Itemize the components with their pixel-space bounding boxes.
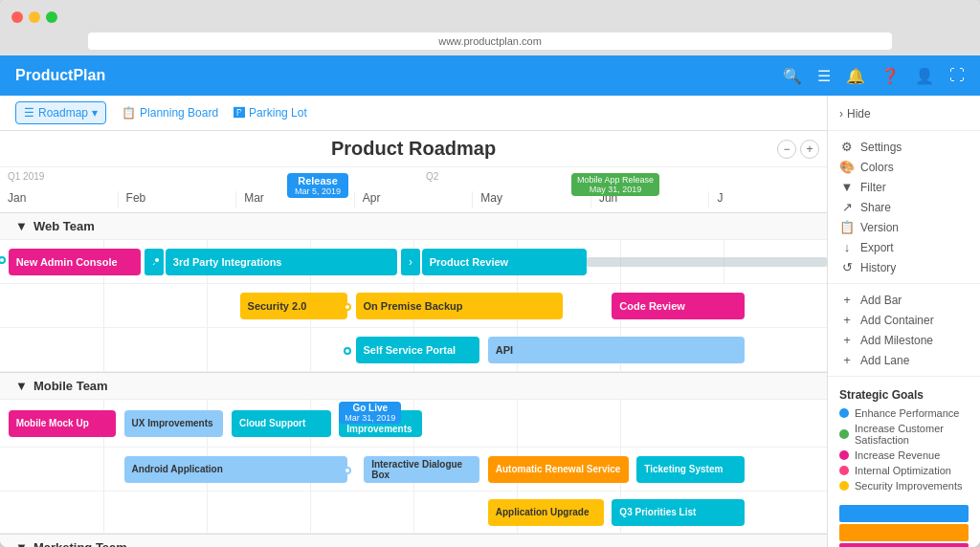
- release-date: Mar 5, 2019: [295, 186, 341, 196]
- interactive-dialogue-bar[interactable]: Interactive Dialogue Box: [364, 456, 479, 483]
- app-upgrade-bar[interactable]: Application Upgrade: [488, 499, 604, 526]
- mobile-mockup-bar[interactable]: Mobile Mock Up: [9, 410, 116, 437]
- ux-improvements-bar-1[interactable]: UX Improvements: [124, 410, 224, 437]
- q2-label: Q2: [426, 171, 438, 182]
- zoom-out-button[interactable]: −: [777, 140, 796, 159]
- address-bar[interactable]: www.productplan.com: [88, 33, 892, 50]
- colors-icon: 🎨: [839, 160, 855, 174]
- web-row-3: Self Service Portal API: [0, 328, 827, 372]
- q1-label: Q1 2019: [8, 171, 44, 182]
- mobile-team-label: Mobile Team: [33, 379, 108, 393]
- marketing-team-header[interactable]: ▼ Marketing Team: [0, 535, 827, 547]
- third-party-bar[interactable]: 3rd Party Integrations: [166, 249, 397, 275]
- mobile-team-header[interactable]: ▼ Mobile Team: [0, 373, 827, 400]
- sidebar-share[interactable]: ↗ Share: [828, 197, 980, 217]
- milestone-dot-5: [344, 467, 351, 474]
- sidebar-version[interactable]: 📋 Version: [828, 217, 980, 237]
- product-review-bar[interactable]: Product Review: [422, 249, 588, 275]
- ticketing-system-bar[interactable]: Ticketing System: [636, 456, 744, 483]
- search-icon[interactable]: 🔍: [783, 67, 802, 85]
- close-button[interactable]: [11, 11, 23, 23]
- add-bar-icon: +: [839, 293, 855, 307]
- milestone-dot-3: [344, 303, 351, 311]
- fullscreen-icon[interactable]: ⛶: [949, 67, 965, 84]
- increase-revenue-dot: [839, 450, 849, 460]
- zoom-in-button[interactable]: +: [800, 140, 819, 159]
- web-team-header[interactable]: ▼ Web Team: [0, 213, 827, 240]
- mobile-row-1: Go Live Mar 31, 2019 Mobile Mock Up UX I…: [0, 400, 827, 448]
- version-icon: 📋: [839, 220, 855, 234]
- automatic-renewal-bar[interactable]: Automatic Renewal Service: [488, 456, 629, 483]
- maximize-button[interactable]: [46, 11, 57, 23]
- sidebar-add-milestone[interactable]: + Add Milestone: [828, 330, 980, 350]
- add-container-label: Add Container: [860, 314, 934, 327]
- app-header: ProductPlan 🔍 ☰ 🔔 ❓ 👤 ⛶: [0, 55, 980, 96]
- go-live-date: Mar 31, 2019: [345, 413, 395, 423]
- release-badge: Release Mar 5, 2019: [287, 173, 348, 198]
- hide-label: Hide: [847, 107, 871, 120]
- sidebar-history[interactable]: ↺ History: [828, 257, 980, 277]
- milestone-dot-4: [344, 347, 351, 355]
- user-icon[interactable]: 👤: [915, 67, 934, 85]
- share-icon: ↗: [839, 200, 855, 214]
- security-bar[interactable]: Security 2.0: [240, 293, 347, 319]
- q3-priorities-bar[interactable]: Q3 Priorities List: [612, 499, 744, 526]
- roadmap-button[interactable]: ☰ Roadmap ▾: [15, 101, 106, 124]
- increase-customer-label: Increase Customer Satisfaction: [855, 423, 969, 446]
- settings-label: Settings: [860, 141, 902, 154]
- help-icon[interactable]: ❓: [880, 67, 900, 85]
- export-icon: ↓: [839, 240, 855, 254]
- version-label: Version: [860, 221, 899, 234]
- legend-increase-customer: Increase Customer Satisfaction: [828, 421, 980, 448]
- parking-lot-label: Parking Lot: [249, 106, 307, 120]
- export-label: Export: [860, 241, 894, 254]
- planning-board-link[interactable]: 📋 Planning Board: [122, 106, 218, 120]
- new-admin-console-bar[interactable]: New Admin Console: [9, 249, 141, 275]
- milestone-dot-2: [153, 256, 161, 264]
- add-lane-icon: +: [839, 353, 855, 367]
- hide-button[interactable]: › Hide: [828, 103, 980, 124]
- bell-icon[interactable]: 🔔: [846, 67, 865, 85]
- add-milestone-label: Add Milestone: [860, 334, 933, 347]
- mobile-release-title: Mobile App Release: [577, 175, 654, 185]
- sidebar-filter[interactable]: ▼ Filter: [828, 177, 980, 197]
- sidebar-add-lane[interactable]: + Add Lane: [828, 350, 980, 370]
- menu-icon[interactable]: ☰: [817, 67, 831, 85]
- sidebar-colors[interactable]: 🎨 Colors: [828, 157, 980, 177]
- color-blocks: [828, 501, 980, 547]
- sidebar-settings[interactable]: ⚙ Settings: [828, 137, 980, 157]
- marketing-team-section: ▼ Marketing Team: [0, 535, 827, 547]
- arrow-2[interactable]: ›: [401, 249, 420, 275]
- parking-lot-link[interactable]: 🅿 Parking Lot: [234, 106, 307, 120]
- add-lane-label: Add Lane: [860, 354, 909, 367]
- app-logo: ProductPlan: [15, 67, 105, 84]
- sidebar-export[interactable]: ↓ Export: [828, 237, 980, 257]
- minimize-button[interactable]: [29, 11, 40, 23]
- sidebar-add-container[interactable]: + Add Container: [828, 310, 980, 330]
- add-container-icon: +: [839, 313, 855, 327]
- settings-icon: ⚙: [839, 140, 855, 154]
- legend-enhance-performance: Enhance Performance: [828, 405, 980, 421]
- on-premise-bar[interactable]: On Premise Backup: [356, 293, 563, 319]
- code-review-bar[interactable]: Code Review: [612, 293, 744, 319]
- roadmap-body[interactable]: ▼ Web Team: [0, 213, 827, 547]
- android-app-bar[interactable]: Android Application: [124, 456, 347, 483]
- view-controls: − +: [777, 140, 819, 159]
- connector-bar: [587, 257, 827, 267]
- web-row-1: New Admin Console › 3rd Party Integratio…: [0, 240, 827, 284]
- roadmap-main: ☰ Roadmap ▾ 📋 Planning Board 🅿 Parking L…: [0, 96, 827, 547]
- go-live-badge: Go Live Mar 31, 2019: [339, 402, 401, 424]
- toolbar: ☰ Roadmap ▾ 📋 Planning Board 🅿 Parking L…: [0, 96, 827, 131]
- mobile-team-section: ▼ Mobile Team: [0, 373, 827, 535]
- self-service-portal-bar[interactable]: Self Service Portal: [356, 337, 480, 363]
- title-row: Product Roadmap − +: [0, 131, 827, 167]
- planning-board-label: Planning Board: [140, 106, 218, 120]
- sidebar-add-bar[interactable]: + Add Bar: [828, 290, 980, 310]
- api-bar[interactable]: API: [488, 337, 745, 363]
- cloud-support-bar[interactable]: Cloud Support: [232, 410, 331, 437]
- browser-chrome: www.productplan.com: [0, 0, 980, 55]
- history-label: History: [860, 261, 896, 274]
- milestone-dot-1: [0, 256, 6, 264]
- colors-label: Colors: [860, 161, 894, 174]
- history-icon: ↺: [839, 260, 855, 274]
